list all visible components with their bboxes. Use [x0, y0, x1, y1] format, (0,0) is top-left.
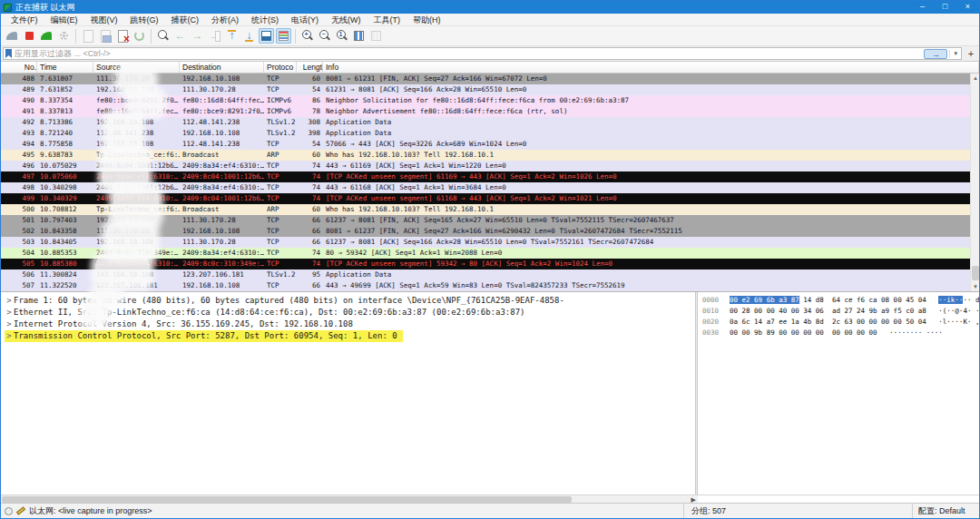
- packet-row[interactable]: 4887.631807111.30.170.28192.168.10.108TC…: [1, 73, 979, 84]
- menu-item-3[interactable]: 跳转(G): [124, 14, 165, 26]
- profile-text[interactable]: 配置: Default: [912, 504, 979, 518]
- column-header-3[interactable]: Destination: [180, 62, 264, 73]
- menu-item-0[interactable]: 文件(F): [5, 14, 44, 26]
- menu-item-9[interactable]: 工具(T): [368, 14, 407, 26]
- detail-text: Frame 1: 60 bytes on wire (480 bits), 60…: [14, 296, 564, 305]
- scrollbar-thumb[interactable]: [972, 266, 979, 280]
- packet-row[interactable]: 4908.337354fe80::bce9:8291:2f0…fe80::16d…: [1, 95, 979, 106]
- cell-info: [TCP ACKed unseen segment] 61168 → 443 […: [323, 193, 979, 204]
- capture-comment-icon[interactable]: [16, 506, 25, 514]
- column-header-6[interactable]: Info: [323, 62, 979, 73]
- hex-line[interactable]: 001000 28 00 00 40 00 34 06 ad 27 24 9b …: [702, 306, 979, 317]
- cell-dst: 192.168.10.108: [180, 226, 264, 237]
- resize-columns-icon[interactable]: [351, 28, 367, 44]
- packet-row[interactable]: 4959.638783Tp-LinkTechno_ce:f6:…Broadcas…: [1, 150, 979, 161]
- packet-row[interactable]: 50010.708812Tp-LinkTechno_ce:f6:…Broadca…: [1, 204, 979, 215]
- column-header-0[interactable]: No.: [1, 62, 37, 73]
- auto-scroll-icon[interactable]: [259, 28, 274, 44]
- cell-dst: 2409:8c0c:310:349e:…: [180, 259, 264, 269]
- menu-item-7[interactable]: 电话(Y): [285, 14, 325, 26]
- cell-len: 74: [297, 161, 323, 171]
- zoom-in-icon[interactable]: +: [299, 28, 315, 44]
- zoom-100-icon[interactable]: 1: [334, 28, 349, 44]
- cell-time: 8.713386: [37, 117, 93, 128]
- menu-item-10[interactable]: 帮助(H): [407, 14, 447, 26]
- expander-icon[interactable]: >: [5, 330, 14, 342]
- expander-icon[interactable]: >: [5, 307, 14, 318]
- column-header-1[interactable]: Time: [37, 62, 93, 73]
- packet-row[interactable]: 50210.843358111.30.170.28192.168.10.108T…: [1, 226, 979, 237]
- cell-time: 11.322520: [37, 280, 93, 291]
- detail-line[interactable]: >Frame 1: 60 bytes on wire (480 bits), 6…: [5, 295, 570, 307]
- packet-row[interactable]: 49710.0750602409:8a34:ef4:6310:…2409:8c0…: [1, 171, 979, 182]
- expander-icon[interactable]: >: [5, 318, 14, 330]
- packet-list-pane: No.TimeSourceDestinationProtocoLengtInfo…: [1, 62, 979, 291]
- apply-filter-button[interactable]: →: [924, 49, 947, 59]
- column-header-2[interactable]: Source: [93, 62, 180, 73]
- cell-info: [TCP ACKed unseen segment] 61169 → 443 […: [323, 171, 979, 182]
- filter-bookmark-icon[interactable]: [5, 49, 12, 58]
- cell-len: 74: [297, 193, 323, 204]
- packet-row[interactable]: 49610.0750292409:8c04:1001:12b6…2409:8a3…: [1, 161, 979, 171]
- packet-row[interactable]: 50310.843405192.168.10.108111.30.170.28T…: [1, 237, 979, 248]
- details-hscrollbar[interactable]: ▶: [1, 495, 698, 503]
- expander-icon[interactable]: >: [5, 295, 14, 307]
- hex-line[interactable]: 000000 e2 69 6b a3 87 14 d8 64 ce f6 ca …: [702, 295, 979, 306]
- packet-row[interactable]: 4918.337813fe80::16d8:64ff:fec…fe80::bce…: [1, 106, 979, 117]
- packet-row[interactable]: 50711.322520123.207.106.181192.168.10.10…: [1, 280, 979, 291]
- go-first-packet-icon[interactable]: [224, 28, 240, 44]
- packet-row[interactable]: 4897.631852192.168.10.108111.30.170.28TC…: [1, 84, 979, 95]
- expert-info-icon[interactable]: [5, 507, 13, 515]
- menu-item-5[interactable]: 分析(A): [205, 14, 245, 26]
- cell-dst: 2409:8a34:ef4:6310:…: [180, 182, 264, 193]
- colorize-icon[interactable]: [276, 28, 291, 44]
- filter-dropdown-caret-icon[interactable]: ▾: [949, 50, 961, 57]
- packet-row[interactable]: 50510.8853802409:8a34:ef4:6310:…2409:8c0…: [1, 259, 979, 269]
- add-filter-button[interactable]: +: [965, 48, 977, 59]
- cell-src: 192.168.10.108: [93, 237, 180, 248]
- column-header-5[interactable]: Lengt: [297, 62, 323, 73]
- menu-item-6[interactable]: 统计(S): [245, 14, 285, 26]
- menu-item-4[interactable]: 捕获(C): [165, 14, 206, 26]
- scroll-right-icon[interactable]: ▶: [691, 495, 696, 504]
- hex-bytes: 14 d8 64 ce f6 ca 08 00 45 04: [799, 296, 926, 304]
- cell-proto: TCP: [264, 226, 297, 237]
- scroll-up-icon[interactable]: ▲: [971, 73, 979, 83]
- packet-row[interactable]: 4928.713386192.168.10.108112.48.141.238T…: [1, 117, 979, 128]
- packet-row[interactable]: 49810.3402982409:8c04:1001:12b6…2409:8a3…: [1, 182, 979, 193]
- detail-line[interactable]: >Ethernet II, Src: Tp-LinkTechno_ce:f6:c…: [5, 307, 531, 318]
- cell-len: 74: [297, 259, 323, 269]
- packet-row[interactable]: 49910.3403292409:8a34:ef4:6310:…2409:8c0…: [1, 193, 979, 204]
- hscrollbar-thumb[interactable]: [2, 496, 572, 503]
- maximize-button[interactable]: □: [934, 1, 956, 14]
- menu-item-1[interactable]: 编辑(E): [44, 14, 84, 26]
- display-filter-input[interactable]: [15, 49, 924, 58]
- hex-line[interactable]: 00200a 6c 14 a7 ee 1a 4b 8d 2c 63 00 00 …: [702, 317, 979, 328]
- cell-dst: 111.30.170.28: [180, 84, 264, 95]
- restart-capture-icon[interactable]: [39, 28, 54, 44]
- stop-capture-icon[interactable]: [22, 28, 37, 44]
- find-packet-icon[interactable]: [155, 28, 171, 44]
- zoom-out-icon[interactable]: −: [317, 28, 332, 44]
- cell-time: 8.775858: [37, 139, 93, 150]
- hex-line[interactable]: 003000 00 9b 89 00 00 00 00 00 00 00 00 …: [702, 328, 979, 338]
- layout-icon: [368, 28, 384, 44]
- close-file-icon[interactable]: [114, 28, 130, 44]
- column-header-4[interactable]: Protoco: [264, 62, 297, 73]
- packet-row[interactable]: 50611.300824192.168.10.108123.207.106.18…: [1, 269, 979, 280]
- packet-row[interactable]: 50110.797403192.168.10.108111.30.170.28T…: [1, 215, 979, 226]
- packet-row[interactable]: 4938.721240112.48.141.238192.168.10.108T…: [1, 128, 979, 139]
- packet-row[interactable]: 4948.775858192.168.10.108112.48.141.238T…: [1, 139, 979, 150]
- packet-row[interactable]: 50410.8853532409:8c0c:310:349e:…2409:8a3…: [1, 248, 979, 259]
- save-file-icon: [97, 28, 113, 44]
- menu-item-2[interactable]: 视图(V): [84, 14, 124, 26]
- minimize-button[interactable]: –: [911, 1, 934, 14]
- go-last-packet-icon[interactable]: [241, 28, 257, 44]
- cell-src: 2409:8c04:1001:12b6…: [93, 161, 180, 171]
- packet-list-scrollbar[interactable]: ▲ ▼: [970, 73, 979, 291]
- close-button[interactable]: ×: [956, 1, 979, 14]
- menu-item-8[interactable]: 无线(W): [325, 14, 368, 26]
- detail-line[interactable]: >Transmission Control Protocol, Src Port…: [5, 330, 403, 342]
- scroll-down-icon[interactable]: ▼: [971, 282, 979, 291]
- detail-line[interactable]: >Internet Protocol Version 4, Src: 36.15…: [5, 318, 358, 330]
